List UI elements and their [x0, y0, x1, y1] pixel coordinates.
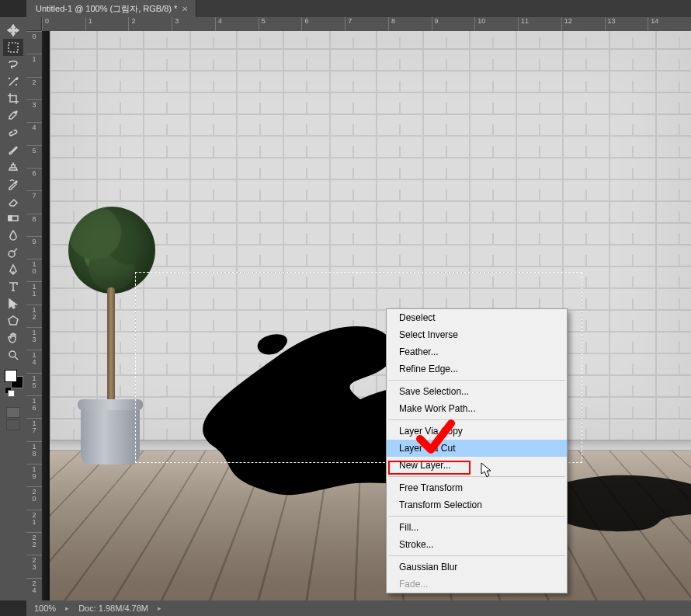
ruler-tick: 20: [26, 486, 42, 509]
ruler-tick: 18: [26, 441, 42, 464]
crop-tool[interactable]: [3, 90, 23, 107]
ruler-tick: 11: [26, 281, 42, 304]
tools-panel: [0, 17, 26, 600]
menu-item-layer-via-copy[interactable]: Layer Via Copy: [387, 423, 567, 440]
ruler-tick: 14: [648, 17, 691, 31]
ruler-tick: 22: [26, 532, 42, 555]
shape-tool[interactable]: [3, 312, 23, 329]
path-select-tool[interactable]: [3, 295, 23, 312]
menu-item-select-inverse[interactable]: Select Inverse: [387, 326, 567, 343]
close-icon[interactable]: ✕: [182, 5, 188, 13]
ruler-tick: 2: [26, 77, 42, 99]
svg-point-6: [9, 351, 16, 357]
hand-tool[interactable]: [3, 329, 23, 346]
ruler-tick: 0: [42, 17, 85, 31]
menu-item-refine-edge[interactable]: Refine Edge...: [387, 360, 567, 378]
zoom-tool[interactable]: [3, 346, 23, 364]
gradient-tool[interactable]: [3, 210, 23, 227]
ruler-tick: 6: [301, 17, 345, 31]
menu-item-feather[interactable]: Feather...: [387, 343, 567, 360]
edit-quick-mask-mode[interactable]: [6, 419, 20, 430]
history-brush-tool[interactable]: [3, 176, 23, 193]
ruler-tick: 10: [474, 17, 518, 31]
eraser-tool[interactable]: [3, 193, 23, 210]
ruler-vertical[interactable]: 0123456789101112131415161718192021222324: [26, 31, 42, 600]
ruler-tick: 11: [518, 17, 561, 31]
eyedropper-tool[interactable]: [3, 107, 23, 124]
ruler-tick: 2: [128, 17, 172, 31]
ruler-tick: 12: [26, 305, 42, 327]
canvas-viewport[interactable]: DeselectSelect InverseFeather...Refine E…: [42, 31, 691, 600]
svg-marker-5: [9, 316, 18, 325]
menu-separator: [388, 555, 565, 556]
status-zoom[interactable]: 100%: [34, 604, 56, 613]
document-tab[interactable]: Untitled-1 @ 100% (그림자, RGB/8) * ✕: [26, 0, 196, 18]
lasso-tool[interactable]: [3, 56, 23, 73]
menu-separator: [388, 476, 565, 477]
clone-stamp-tool[interactable]: [3, 158, 23, 176]
context-menu: DeselectSelect InverseFeather...Refine E…: [386, 308, 568, 593]
ruler-tick: 6: [26, 168, 42, 190]
edit-standard-mode[interactable]: [6, 407, 20, 418]
ruler-tick: 24: [26, 578, 42, 600]
menu-item-free-transform[interactable]: Free Transform: [387, 479, 567, 496]
document-tab-title: Untitled-1 @ 100% (그림자, RGB/8) *: [36, 3, 177, 15]
menu-item-new-layer[interactable]: New Layer...: [387, 457, 567, 474]
ruler-tick: 5: [259, 17, 302, 31]
dodge-tool[interactable]: [3, 244, 23, 261]
magic-wand-tool[interactable]: [3, 73, 23, 90]
ruler-tick: 16: [26, 395, 42, 418]
ruler-tick: 21: [26, 510, 42, 532]
chevron-right-icon[interactable]: ▸: [65, 604, 69, 612]
status-doc-size: Doc: 1.98M/4.78M: [78, 604, 148, 613]
ruler-tick: 7: [345, 17, 388, 31]
ruler-tick: 8: [26, 214, 42, 236]
ruler-tick: 23: [26, 555, 42, 577]
ruler-tick: 15: [26, 373, 42, 395]
menu-separator: [388, 380, 565, 381]
ruler-origin[interactable]: [26, 17, 42, 31]
ruler-tick: 8: [388, 17, 432, 31]
ruler-tick: 12: [561, 17, 605, 31]
move-tool[interactable]: [3, 22, 23, 39]
ruler-tick: 7: [26, 190, 42, 213]
ruler-tick: 9: [432, 17, 475, 31]
menu-separator: [388, 419, 565, 420]
menu-item-fill[interactable]: Fill...: [387, 519, 567, 536]
ruler-tick: 1: [26, 54, 42, 76]
ruler-tick: 0: [26, 31, 42, 54]
foreground-swatch[interactable]: [5, 370, 17, 382]
menu-separator: [388, 516, 565, 517]
svg-rect-3: [9, 216, 12, 221]
chevron-right-icon[interactable]: ▸: [158, 604, 161, 612]
plant-pot: [81, 404, 140, 465]
ruler-horizontal[interactable]: 01234567891011121314: [42, 17, 691, 31]
spot-heal-tool[interactable]: [3, 124, 23, 141]
marquee-tool[interactable]: [3, 39, 23, 56]
blur-tool[interactable]: [3, 227, 23, 244]
ruler-tick: 17: [26, 418, 42, 440]
pen-tool[interactable]: [3, 261, 23, 278]
ruler-tick: 4: [26, 122, 42, 144]
ruler-tick: 13: [26, 327, 42, 350]
canvas[interactable]: [50, 31, 691, 600]
menu-item-stroke[interactable]: Stroke...: [387, 536, 567, 553]
ruler-tick: 3: [172, 17, 215, 31]
type-tool[interactable]: [3, 278, 23, 295]
color-swatches[interactable]: [3, 368, 23, 388]
menu-item-gaussian-blur[interactable]: Gaussian Blur: [387, 559, 567, 576]
menu-item-transform-selection[interactable]: Transform Selection: [387, 496, 567, 513]
menu-item-make-work-path[interactable]: Make Work Path...: [387, 400, 567, 417]
ruler-tick: 1: [85, 17, 129, 31]
ruler-tick: 5: [26, 145, 42, 168]
menu-item-save-selection[interactable]: Save Selection...: [387, 383, 567, 400]
menu-item-fade: Fade...: [387, 576, 567, 593]
ruler-tick: 4: [215, 17, 259, 31]
ruler-tick: 19: [26, 464, 42, 486]
ruler-tick: 13: [605, 17, 648, 31]
menu-item-layer-via-cut[interactable]: Layer Via Cut: [387, 440, 567, 457]
svg-point-4: [9, 251, 15, 257]
ruler-tick: 9: [26, 236, 42, 259]
menu-item-deselect[interactable]: Deselect: [387, 309, 567, 326]
brush-tool[interactable]: [3, 141, 23, 158]
